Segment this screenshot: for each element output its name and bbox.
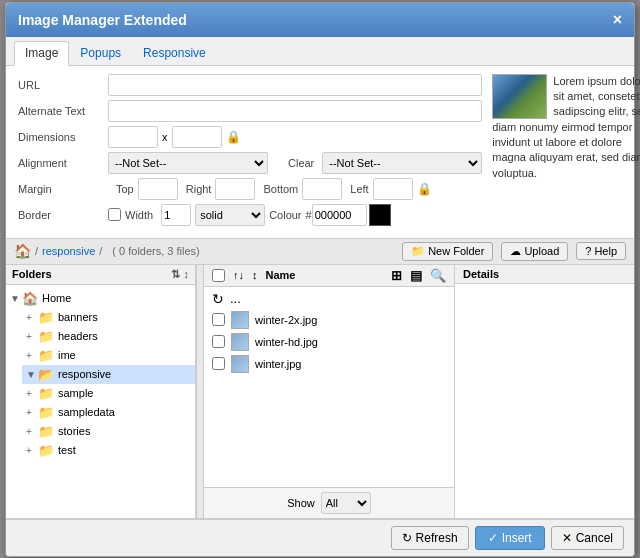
sort-az-icon[interactable]: ⇅: [171, 268, 180, 281]
tab-bar: Image Popups Responsive: [6, 37, 634, 66]
sort-name-asc-icon[interactable]: ↑↓: [233, 269, 244, 281]
toggle-headers[interactable]: +: [26, 331, 38, 342]
home-folder-icon: 🏠: [22, 291, 38, 306]
tree-label-home: Home: [42, 292, 71, 304]
up-nav-item[interactable]: ↻ ...: [204, 289, 454, 309]
folder-icon-headers: 📁: [38, 329, 54, 344]
border-hash: #: [306, 209, 312, 221]
upload-button[interactable]: ☁ Upload: [501, 242, 568, 261]
label-stories: stories: [58, 425, 90, 437]
dims-width-input[interactable]: [108, 126, 158, 148]
dims-x-label: x: [162, 131, 168, 143]
toggle-responsive[interactable]: ▼: [26, 369, 38, 380]
refresh-button[interactable]: ↻ Refresh: [391, 526, 469, 550]
label-banners: banners: [58, 311, 98, 323]
file-checkbox-winter[interactable]: [212, 357, 225, 370]
sort-name-desc-icon[interactable]: ↕: [252, 269, 258, 281]
margin-top-label: Top: [116, 183, 134, 195]
insert-button[interactable]: ✓ Insert: [475, 526, 545, 550]
folder-icon-sampledata: 📁: [38, 405, 54, 420]
label-ime: ime: [58, 349, 76, 361]
toggle-test[interactable]: +: [26, 445, 38, 456]
margin-top-input[interactable]: [138, 178, 178, 200]
border-style-select[interactable]: solid: [195, 204, 265, 226]
toggle-sampledata[interactable]: +: [26, 407, 38, 418]
tree-item-stories[interactable]: + 📁 stories: [22, 422, 195, 441]
url-input[interactable]: [108, 74, 482, 96]
search-icon[interactable]: 🔍: [430, 268, 446, 283]
tab-image[interactable]: Image: [14, 41, 69, 66]
form-body: URL Alternate Text Dimensions x 🔒: [6, 66, 634, 238]
file-item-winter-hd[interactable]: winter-hd.jpg: [204, 331, 454, 353]
toggle-banners[interactable]: +: [26, 312, 38, 323]
tree-item-sample[interactable]: + 📁 sample: [22, 384, 195, 403]
margin-left-input[interactable]: [373, 178, 413, 200]
border-color-input[interactable]: [312, 204, 367, 226]
tree-item-sampledata[interactable]: + 📁 sampledata: [22, 403, 195, 422]
breadcrumb-sep1: /: [35, 245, 38, 257]
url-row: URL: [18, 74, 482, 96]
preview-image: [492, 74, 547, 119]
insert-label: Insert: [502, 531, 532, 545]
alt-row: Alternate Text: [18, 100, 482, 122]
folders-label: Folders: [12, 268, 52, 280]
border-color-label: Colour: [269, 209, 301, 221]
folder-icon-banners: 📁: [38, 310, 54, 325]
tab-popups[interactable]: Popups: [69, 41, 132, 65]
cancel-button[interactable]: ✕ Cancel: [551, 526, 624, 550]
toggle-ime[interactable]: +: [26, 350, 38, 361]
select-all-checkbox[interactable]: [212, 269, 225, 282]
clear-select[interactable]: --Not Set--: [322, 152, 482, 174]
scrollbar[interactable]: [196, 265, 204, 518]
insert-check-icon: ✓: [488, 531, 498, 545]
list-view-icon[interactable]: ▤: [410, 268, 422, 283]
new-folder-button[interactable]: 📁 New Folder: [402, 242, 493, 261]
details-header: Details: [455, 265, 634, 284]
border-color-swatch[interactable]: [369, 204, 391, 226]
file-checkbox-winter-2x[interactable]: [212, 313, 225, 326]
file-thumbnail-winter: [231, 355, 249, 373]
home-icon[interactable]: 🏠: [14, 243, 31, 259]
label-sampledata: sampledata: [58, 406, 115, 418]
tree-item-banners[interactable]: + 📁 banners: [22, 308, 195, 327]
tree-toggle-home[interactable]: ▼: [10, 293, 22, 304]
alt-input[interactable]: [108, 100, 482, 122]
tree-item-test[interactable]: + 📁 test: [22, 441, 195, 460]
up-nav-label: ...: [230, 291, 241, 306]
tree-item-ime[interactable]: + 📁 ime: [22, 346, 195, 365]
tree-item-headers[interactable]: + 📁 headers: [22, 327, 195, 346]
file-panel: ↑↓ ↕ Name ⊞ ▤ 🔍 ↻ ... winter-2x.jpg: [204, 265, 454, 518]
folder-icon: 📁: [411, 245, 425, 258]
tab-responsive[interactable]: Responsive: [132, 41, 217, 65]
border-checkbox[interactable]: [108, 208, 121, 221]
file-item-winter[interactable]: winter.jpg: [204, 353, 454, 375]
dims-height-input[interactable]: [172, 126, 222, 148]
show-select[interactable]: All: [321, 492, 371, 514]
tree-item-home[interactable]: ▼ 🏠 Home: [6, 289, 195, 308]
file-checkbox-winter-hd[interactable]: [212, 335, 225, 348]
sort-za-icon[interactable]: ↕: [184, 268, 190, 280]
margin-bottom-input[interactable]: [302, 178, 342, 200]
tree-item-responsive[interactable]: ▼ 📂 responsive: [22, 365, 195, 384]
file-name-winter-hd: winter-hd.jpg: [255, 336, 318, 348]
margin-right-input[interactable]: [215, 178, 255, 200]
alt-label: Alternate Text: [18, 105, 108, 117]
border-row: Border Width solid Colour #: [18, 204, 482, 226]
help-button[interactable]: ? Help: [576, 242, 626, 260]
breadcrumb-link[interactable]: responsive: [42, 245, 95, 257]
border-label: Border: [18, 209, 108, 221]
show-label: Show: [287, 497, 315, 509]
margin-left-label: Left: [350, 183, 368, 195]
toggle-sample[interactable]: +: [26, 388, 38, 399]
file-item-winter-2x[interactable]: winter-2x.jpg: [204, 309, 454, 331]
close-button[interactable]: ×: [613, 11, 622, 29]
toggle-stories[interactable]: +: [26, 426, 38, 437]
align-label: Alignment: [18, 157, 108, 169]
folder-icon-ime: 📁: [38, 348, 54, 363]
folder-panel: Folders ⇅ ↕ ▼ 🏠 Home + 📁 banners: [6, 265, 196, 518]
image-manager-dialog: Image Manager Extended × Image Popups Re…: [5, 2, 635, 557]
grid-view-icon[interactable]: ⊞: [391, 268, 402, 283]
align-select[interactable]: --Not Set--: [108, 152, 268, 174]
folder-icon-responsive: 📂: [38, 367, 54, 382]
border-width-input[interactable]: [161, 204, 191, 226]
